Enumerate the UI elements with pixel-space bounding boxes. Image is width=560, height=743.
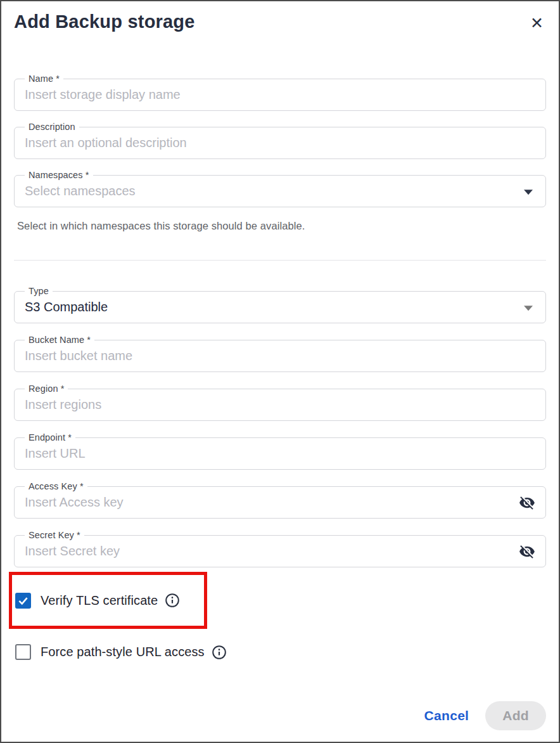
force-path-style-row[interactable]: Force path-style URL access — [15, 644, 559, 660]
verify-tls-label: Verify TLS certificate — [41, 593, 158, 608]
close-icon[interactable]: ✕ — [528, 11, 546, 35]
secret-key-label: Secret Key * — [25, 530, 84, 540]
name-field: Name * — [14, 79, 546, 111]
endpoint-label: Endpoint * — [25, 432, 75, 443]
info-icon[interactable] — [212, 645, 227, 660]
add-backup-storage-dialog: Add Backup storage ✕ Name * Description … — [0, 0, 560, 743]
verify-tls-row[interactable]: Verify TLS certificate — [15, 593, 180, 609]
dialog-actions: Cancel Add — [424, 701, 546, 730]
namespaces-label: Namespaces * — [25, 170, 93, 180]
namespaces-field: Namespaces * — [14, 175, 546, 207]
force-path-style-label: Force path-style URL access — [41, 645, 205, 659]
chevron-down-icon[interactable] — [524, 306, 533, 311]
access-key-field: Access Key * — [14, 486, 546, 519]
region-input[interactable] — [15, 389, 545, 420]
cancel-button[interactable]: Cancel — [424, 708, 469, 723]
region-label: Region * — [25, 384, 68, 394]
secret-key-field: Secret Key * — [14, 535, 546, 567]
dialog-title: Add Backup storage — [14, 11, 195, 32]
type-field: Type — [14, 291, 546, 323]
section-divider — [14, 260, 546, 261]
dialog-header: Add Backup storage ✕ — [1, 1, 559, 38]
highlight-annotation: Verify TLS certificate — [9, 572, 207, 629]
eye-off-icon[interactable] — [518, 542, 537, 561]
force-path-style-checkbox[interactable] — [15, 644, 31, 660]
description-input[interactable] — [15, 127, 545, 158]
bucket-name-label: Bucket Name * — [25, 335, 94, 345]
name-label: Name * — [25, 74, 63, 84]
name-input[interactable] — [15, 79, 545, 110]
description-field: Description — [14, 127, 546, 159]
region-field: Region * — [14, 389, 546, 421]
namespaces-select[interactable] — [15, 176, 545, 207]
chevron-down-icon[interactable] — [524, 190, 533, 195]
backup-storage-form: Name * Description Namespaces * Select i… — [1, 79, 559, 567]
type-select[interactable] — [15, 292, 545, 323]
access-key-label: Access Key * — [25, 481, 87, 491]
info-icon[interactable] — [165, 593, 180, 608]
endpoint-input[interactable] — [15, 438, 545, 469]
access-key-input[interactable] — [15, 487, 545, 518]
type-label: Type — [25, 286, 53, 296]
add-button[interactable]: Add — [485, 701, 546, 730]
description-label: Description — [25, 122, 79, 132]
verify-tls-checkbox[interactable] — [15, 593, 31, 609]
bucket-name-input[interactable] — [15, 340, 545, 372]
eye-off-icon[interactable] — [518, 493, 537, 512]
endpoint-field: Endpoint * — [14, 437, 546, 470]
secret-key-input[interactable] — [15, 536, 545, 567]
namespaces-helper-text: Select in which namespaces this storage … — [17, 220, 546, 232]
bucket-name-field: Bucket Name * — [14, 340, 546, 372]
